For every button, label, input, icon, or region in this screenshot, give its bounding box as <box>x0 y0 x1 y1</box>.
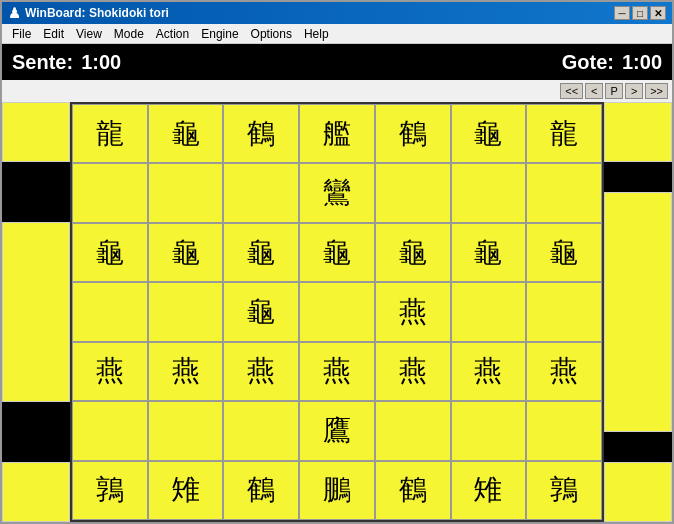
board-cell-4-4[interactable]: 燕 <box>375 342 451 401</box>
board-cell-3-3[interactable] <box>299 282 375 341</box>
board-cell-2-2[interactable]: 龜 <box>223 223 299 282</box>
nav-first-button[interactable]: << <box>560 83 583 99</box>
board-cell-2-4[interactable]: 龜 <box>375 223 451 282</box>
board-cell-4-2[interactable]: 燕 <box>223 342 299 401</box>
board-cell-6-6[interactable]: 鶉 <box>526 461 602 520</box>
menu-item-file[interactable]: File <box>6 26 37 42</box>
nav-bar: << < P > >> <box>2 80 672 102</box>
board-cell-5-1[interactable] <box>148 401 224 460</box>
board-cell-1-4[interactable] <box>375 163 451 222</box>
menu-item-view[interactable]: View <box>70 26 108 42</box>
menu-item-action[interactable]: Action <box>150 26 195 42</box>
board-cell-4-3[interactable]: 燕 <box>299 342 375 401</box>
menu-bar: FileEditViewModeActionEngineOptionsHelp <box>2 24 672 44</box>
minimize-button[interactable]: ─ <box>614 6 630 20</box>
nav-next-button[interactable]: > <box>625 83 643 99</box>
right-yellow-1 <box>604 192 672 432</box>
main-window: ♟ WinBoard: Shokidoki tori ─ □ ✕ FileEdi… <box>0 0 674 524</box>
board-cell-3-2[interactable]: 龜 <box>223 282 299 341</box>
right-black-1 <box>604 162 672 192</box>
left-yellow-1 <box>2 222 70 402</box>
board-cell-2-6[interactable]: 龜 <box>526 223 602 282</box>
gote-label: Gote: <box>562 51 614 74</box>
board-cell-5-3[interactable]: 鷹 <box>299 401 375 460</box>
board-cell-3-5[interactable] <box>451 282 527 341</box>
board-cell-3-1[interactable] <box>148 282 224 341</box>
menu-item-engine[interactable]: Engine <box>195 26 244 42</box>
board-cell-5-4[interactable] <box>375 401 451 460</box>
title-bar-buttons: ─ □ ✕ <box>614 6 666 20</box>
status-bar: Sente: 1:00 Gote: 1:00 <box>2 44 672 80</box>
right-panel <box>604 102 672 522</box>
close-button[interactable]: ✕ <box>650 6 666 20</box>
board-cell-1-6[interactable] <box>526 163 602 222</box>
left-bottom-yellow <box>2 462 70 522</box>
game-board: 龍龜鶴艦鶴龜龍鸞龜龜龜龜龜龜龜龜燕燕燕燕燕燕燕燕鷹鶉雉鶴鵬鶴雉鶉 <box>70 102 604 522</box>
board-area: 龍龜鶴艦鶴龜龍鸞龜龜龜龜龜龜龜龜燕燕燕燕燕燕燕燕鷹鶉雉鶴鵬鶴雉鶉 <box>2 102 672 522</box>
board-cell-2-3[interactable]: 龜 <box>299 223 375 282</box>
nav-pause-button[interactable]: P <box>605 83 623 99</box>
board-cell-2-1[interactable]: 龜 <box>148 223 224 282</box>
board-cell-4-6[interactable]: 燕 <box>526 342 602 401</box>
nav-prev-button[interactable]: < <box>585 83 603 99</box>
board-cell-5-5[interactable] <box>451 401 527 460</box>
board-cell-5-6[interactable] <box>526 401 602 460</box>
menu-item-options[interactable]: Options <box>245 26 298 42</box>
board-cell-0-1[interactable]: 龜 <box>148 104 224 163</box>
board-cell-3-0[interactable] <box>72 282 148 341</box>
board-cell-6-2[interactable]: 鶴 <box>223 461 299 520</box>
board-cell-3-6[interactable] <box>526 282 602 341</box>
board-cell-0-6[interactable]: 龍 <box>526 104 602 163</box>
title-bar: ♟ WinBoard: Shokidoki tori ─ □ ✕ <box>2 2 672 24</box>
board-cell-0-3[interactable]: 艦 <box>299 104 375 163</box>
board-cell-5-2[interactable] <box>223 401 299 460</box>
left-top-yellow <box>2 102 70 162</box>
board-cell-2-5[interactable]: 龜 <box>451 223 527 282</box>
window-title: WinBoard: Shokidoki tori <box>25 6 169 20</box>
right-bottom-yellow <box>604 462 672 522</box>
board-cell-4-5[interactable]: 燕 <box>451 342 527 401</box>
board-cell-1-2[interactable] <box>223 163 299 222</box>
board-cell-1-0[interactable] <box>72 163 148 222</box>
board-cell-1-5[interactable] <box>451 163 527 222</box>
board-cell-0-4[interactable]: 鶴 <box>375 104 451 163</box>
board-cell-0-2[interactable]: 鶴 <box>223 104 299 163</box>
menu-item-mode[interactable]: Mode <box>108 26 150 42</box>
right-black-2 <box>604 432 672 462</box>
board-cell-4-0[interactable]: 燕 <box>72 342 148 401</box>
left-panel <box>2 102 70 522</box>
board-cell-0-0[interactable]: 龍 <box>72 104 148 163</box>
board-cell-6-0[interactable]: 鶉 <box>72 461 148 520</box>
board-cell-1-1[interactable] <box>148 163 224 222</box>
board-cell-1-3[interactable]: 鸞 <box>299 163 375 222</box>
menu-item-edit[interactable]: Edit <box>37 26 70 42</box>
right-top-yellow <box>604 102 672 162</box>
board-cell-2-0[interactable]: 龜 <box>72 223 148 282</box>
app-icon: ♟ <box>8 5 21 21</box>
board-cell-6-1[interactable]: 雉 <box>148 461 224 520</box>
board-cell-6-4[interactable]: 鶴 <box>375 461 451 520</box>
sente-label: Sente: <box>12 51 73 74</box>
board-cell-0-5[interactable]: 龜 <box>451 104 527 163</box>
board-cell-4-1[interactable]: 燕 <box>148 342 224 401</box>
nav-last-button[interactable]: >> <box>645 83 668 99</box>
left-black-2 <box>2 402 70 462</box>
board-cell-6-5[interactable]: 雉 <box>451 461 527 520</box>
board-cell-3-4[interactable]: 燕 <box>375 282 451 341</box>
board-cell-6-3[interactable]: 鵬 <box>299 461 375 520</box>
gote-time: 1:00 <box>622 51 662 74</box>
board-cell-5-0[interactable] <box>72 401 148 460</box>
sente-time: 1:00 <box>81 51 121 74</box>
menu-item-help[interactable]: Help <box>298 26 335 42</box>
restore-button[interactable]: □ <box>632 6 648 20</box>
left-black-1 <box>2 162 70 222</box>
